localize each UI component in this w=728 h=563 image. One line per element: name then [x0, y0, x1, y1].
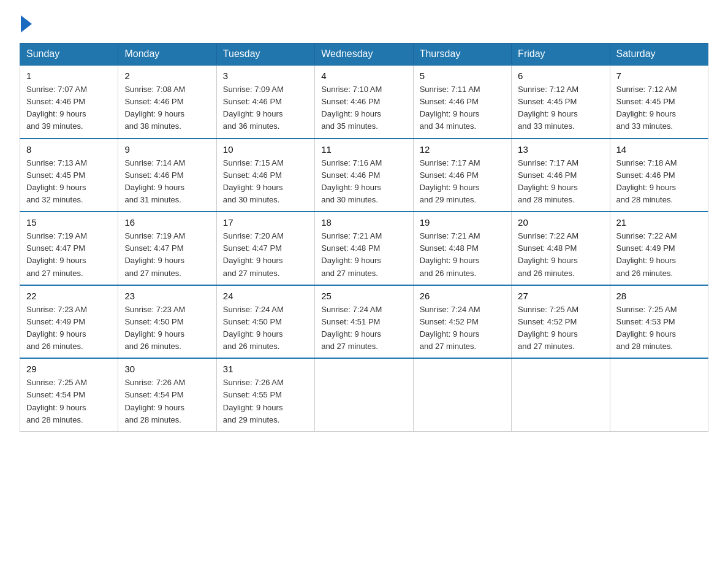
day-number: 1 [26, 71, 112, 81]
day-number: 31 [223, 364, 308, 374]
calendar-cell [610, 358, 708, 431]
day-info: Sunrise: 7:21 AMSunset: 4:48 PMDaylight:… [420, 230, 505, 280]
day-number: 3 [223, 71, 308, 81]
day-number: 27 [518, 291, 603, 301]
day-info: Sunrise: 7:17 AMSunset: 4:46 PMDaylight:… [420, 157, 505, 207]
day-info: Sunrise: 7:10 AMSunset: 4:46 PMDaylight:… [321, 83, 406, 133]
day-number: 17 [223, 217, 308, 228]
day-info: Sunrise: 7:12 AMSunset: 4:45 PMDaylight:… [616, 83, 702, 133]
calendar-cell: 28Sunrise: 7:25 AMSunset: 4:53 PMDayligh… [610, 285, 708, 359]
day-info: Sunrise: 7:08 AMSunset: 4:46 PMDaylight:… [124, 83, 210, 133]
weekday-header-sunday: Sunday [20, 44, 118, 66]
calendar-cell: 30Sunrise: 7:26 AMSunset: 4:54 PMDayligh… [118, 358, 216, 431]
calendar-cell: 6Sunrise: 7:12 AMSunset: 4:45 PMDaylight… [512, 65, 610, 139]
calendar-cell: 10Sunrise: 7:15 AMSunset: 4:46 PMDayligh… [216, 139, 314, 212]
day-info: Sunrise: 7:12 AMSunset: 4:45 PMDaylight:… [518, 83, 603, 133]
day-info: Sunrise: 7:25 AMSunset: 4:53 PMDaylight:… [616, 304, 702, 353]
calendar-cell: 4Sunrise: 7:10 AMSunset: 4:46 PMDaylight… [315, 65, 413, 139]
weekday-header-tuesday: Tuesday [216, 44, 314, 66]
day-number: 30 [124, 364, 210, 374]
calendar-cell: 20Sunrise: 7:22 AMSunset: 4:48 PMDayligh… [512, 212, 610, 285]
calendar-cell: 8Sunrise: 7:13 AMSunset: 4:45 PMDaylight… [20, 139, 118, 212]
calendar-cell: 11Sunrise: 7:16 AMSunset: 4:46 PMDayligh… [315, 139, 413, 212]
calendar-cell: 29Sunrise: 7:25 AMSunset: 4:54 PMDayligh… [20, 358, 118, 431]
day-info: Sunrise: 7:22 AMSunset: 4:49 PMDaylight:… [616, 230, 702, 280]
calendar-cell: 16Sunrise: 7:19 AMSunset: 4:47 PMDayligh… [118, 212, 216, 285]
calendar-cell: 12Sunrise: 7:17 AMSunset: 4:46 PMDayligh… [413, 139, 511, 212]
calendar-cell [315, 358, 413, 431]
day-number: 2 [124, 71, 210, 81]
day-number: 19 [420, 217, 505, 228]
day-info: Sunrise: 7:20 AMSunset: 4:47 PMDaylight:… [223, 230, 308, 280]
day-number: 9 [124, 144, 210, 155]
calendar-cell: 26Sunrise: 7:24 AMSunset: 4:52 PMDayligh… [413, 285, 511, 359]
day-info: Sunrise: 7:19 AMSunset: 4:47 PMDaylight:… [124, 230, 210, 280]
day-info: Sunrise: 7:25 AMSunset: 4:52 PMDaylight:… [518, 304, 603, 353]
calendar-cell: 17Sunrise: 7:20 AMSunset: 4:47 PMDayligh… [216, 212, 314, 285]
day-info: Sunrise: 7:09 AMSunset: 4:46 PMDaylight:… [223, 83, 308, 133]
weekday-header-saturday: Saturday [610, 44, 708, 66]
day-number: 14 [616, 144, 702, 155]
weekday-header-monday: Monday [118, 44, 216, 66]
day-number: 13 [518, 144, 603, 155]
day-info: Sunrise: 7:24 AMSunset: 4:52 PMDaylight:… [420, 304, 505, 353]
calendar-cell: 2Sunrise: 7:08 AMSunset: 4:46 PMDaylight… [118, 65, 216, 139]
day-info: Sunrise: 7:17 AMSunset: 4:46 PMDaylight:… [518, 157, 603, 207]
calendar-cell: 1Sunrise: 7:07 AMSunset: 4:46 PMDaylight… [20, 65, 118, 139]
calendar-cell: 13Sunrise: 7:17 AMSunset: 4:46 PMDayligh… [512, 139, 610, 212]
week-row-5: 29Sunrise: 7:25 AMSunset: 4:54 PMDayligh… [20, 358, 708, 431]
calendar-cell: 3Sunrise: 7:09 AMSunset: 4:46 PMDaylight… [216, 65, 314, 139]
day-info: Sunrise: 7:23 AMSunset: 4:49 PMDaylight:… [26, 304, 112, 353]
week-row-1: 1Sunrise: 7:07 AMSunset: 4:46 PMDaylight… [20, 65, 708, 139]
calendar-cell: 14Sunrise: 7:18 AMSunset: 4:46 PMDayligh… [610, 139, 708, 212]
day-info: Sunrise: 7:07 AMSunset: 4:46 PMDaylight:… [26, 83, 112, 133]
weekday-header-friday: Friday [512, 44, 610, 66]
day-info: Sunrise: 7:19 AMSunset: 4:47 PMDaylight:… [26, 230, 112, 280]
calendar-cell: 7Sunrise: 7:12 AMSunset: 4:45 PMDaylight… [610, 65, 708, 139]
day-number: 29 [26, 364, 112, 374]
weekday-header-row: SundayMondayTuesdayWednesdayThursdayFrid… [20, 44, 708, 66]
day-number: 21 [616, 217, 702, 228]
calendar-cell: 31Sunrise: 7:26 AMSunset: 4:55 PMDayligh… [216, 358, 314, 431]
day-info: Sunrise: 7:15 AMSunset: 4:46 PMDaylight:… [223, 157, 308, 207]
calendar-cell: 22Sunrise: 7:23 AMSunset: 4:49 PMDayligh… [20, 285, 118, 359]
logo [20, 15, 33, 32]
week-row-4: 22Sunrise: 7:23 AMSunset: 4:49 PMDayligh… [20, 285, 708, 359]
calendar-table: SundayMondayTuesdayWednesdayThursdayFrid… [20, 43, 708, 432]
calendar-cell: 24Sunrise: 7:24 AMSunset: 4:50 PMDayligh… [216, 285, 314, 359]
calendar-cell: 19Sunrise: 7:21 AMSunset: 4:48 PMDayligh… [413, 212, 511, 285]
day-info: Sunrise: 7:24 AMSunset: 4:51 PMDaylight:… [321, 304, 406, 353]
calendar-cell: 27Sunrise: 7:25 AMSunset: 4:52 PMDayligh… [512, 285, 610, 359]
day-info: Sunrise: 7:16 AMSunset: 4:46 PMDaylight:… [321, 157, 406, 207]
day-number: 25 [321, 291, 406, 301]
day-info: Sunrise: 7:25 AMSunset: 4:54 PMDaylight:… [26, 377, 112, 426]
calendar-cell: 9Sunrise: 7:14 AMSunset: 4:46 PMDaylight… [118, 139, 216, 212]
day-number: 5 [420, 71, 505, 81]
day-number: 26 [420, 291, 505, 301]
week-row-3: 15Sunrise: 7:19 AMSunset: 4:47 PMDayligh… [20, 212, 708, 285]
day-info: Sunrise: 7:26 AMSunset: 4:55 PMDaylight:… [223, 377, 308, 426]
day-info: Sunrise: 7:14 AMSunset: 4:46 PMDaylight:… [124, 157, 210, 207]
day-info: Sunrise: 7:18 AMSunset: 4:46 PMDaylight:… [616, 157, 702, 207]
day-info: Sunrise: 7:22 AMSunset: 4:48 PMDaylight:… [518, 230, 603, 280]
week-row-2: 8Sunrise: 7:13 AMSunset: 4:45 PMDaylight… [20, 139, 708, 212]
calendar-cell [413, 358, 511, 431]
day-number: 4 [321, 71, 406, 81]
page-header [20, 15, 708, 32]
day-info: Sunrise: 7:26 AMSunset: 4:54 PMDaylight:… [124, 377, 210, 426]
day-info: Sunrise: 7:21 AMSunset: 4:48 PMDaylight:… [321, 230, 406, 280]
day-info: Sunrise: 7:23 AMSunset: 4:50 PMDaylight:… [124, 304, 210, 353]
day-number: 10 [223, 144, 308, 155]
day-number: 16 [124, 217, 210, 228]
weekday-header-wednesday: Wednesday [315, 44, 413, 66]
day-number: 23 [124, 291, 210, 301]
day-number: 12 [420, 144, 505, 155]
calendar-cell: 21Sunrise: 7:22 AMSunset: 4:49 PMDayligh… [610, 212, 708, 285]
day-number: 8 [26, 144, 112, 155]
day-number: 11 [321, 144, 406, 155]
day-info: Sunrise: 7:13 AMSunset: 4:45 PMDaylight:… [26, 157, 112, 207]
calendar-cell: 18Sunrise: 7:21 AMSunset: 4:48 PMDayligh… [315, 212, 413, 285]
day-number: 15 [26, 217, 112, 228]
day-number: 18 [321, 217, 406, 228]
day-number: 24 [223, 291, 308, 301]
